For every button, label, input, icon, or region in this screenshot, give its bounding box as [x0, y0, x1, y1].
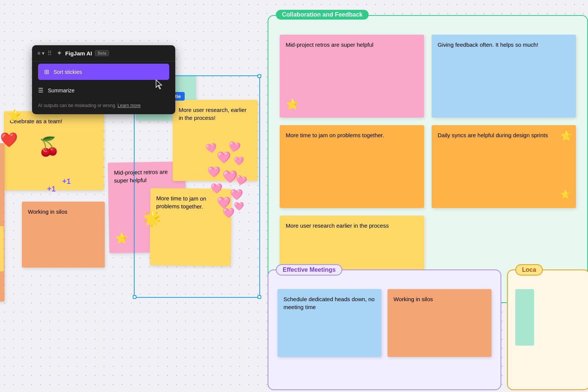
local-label: Loca	[515, 264, 543, 276]
heart-12: 🩷	[222, 207, 234, 219]
meetings-section: Effective Meetings Schedule dedicated he…	[268, 270, 501, 390]
heart-11: 🩷	[234, 202, 244, 211]
cursor-arrow	[155, 79, 163, 91]
beta-tag: Beta	[95, 50, 109, 56]
plus-one-1: +1	[47, 185, 56, 193]
meeting-text-1: Schedule dedicated heads down, no meetin…	[283, 296, 375, 310]
sort-label: Sort stickies	[54, 69, 82, 75]
meeting-text-2: Working in silos	[394, 296, 433, 302]
collab-sticky-2[interactable]: Giving feedback often. It helps so much!	[432, 35, 576, 118]
collab-sticky-1[interactable]: Mid-project retros are super helpful ⭐	[280, 35, 424, 118]
ai-title-group: ✦ FigJam AI Beta	[57, 49, 170, 57]
summarize-icon: ☰	[38, 87, 43, 94]
collab-text-1: Mid-project retros are super helpful	[286, 41, 374, 48]
handle-tr[interactable]	[257, 74, 261, 78]
plus-one-2: +1	[62, 177, 71, 186]
collaboration-section: Collaboration and Feedback Mid-project r…	[268, 15, 588, 303]
heart-9: 🩷	[230, 188, 243, 201]
handle-br[interactable]	[257, 295, 261, 299]
star-collab-4b: ⭐	[560, 189, 570, 201]
toolbar-header: ≡ ▾ ⠿ ✦ FigJam AI Beta	[32, 45, 175, 61]
yellow-edge	[0, 226, 4, 271]
collab-sticky-4[interactable]: Daily syncs are helpful during design sp…	[432, 125, 576, 208]
heart-1: 🩷	[205, 142, 217, 155]
sort-icon: ⊞	[44, 68, 49, 75]
more-research-text: More user research, earlier in the proce…	[179, 107, 247, 121]
sort-stickies-button[interactable]: ⊞ Sort stickies	[38, 64, 169, 80]
left-edge-sticky[interactable]	[0, 143, 5, 302]
toolbar-controls: ≡ ▾ ⠿	[37, 50, 53, 57]
collaboration-label: Collaboration and Feedback	[276, 10, 369, 20]
collab-text-5: More user research earlier in the proces…	[286, 222, 389, 229]
handle-bl[interactable]	[133, 295, 136, 299]
cherry-sticker: 🍒	[38, 134, 60, 159]
heart-4: 🩷	[234, 156, 244, 166]
working-silos-sticky[interactable]: Working in silos	[22, 202, 105, 268]
local-section: Loca	[507, 270, 588, 390]
canvas: Celebrate as a team! ❤️ 🍒 +1 +1 +1 Worki…	[0, 0, 588, 392]
meetings-grid: Schedule dedicated heads down, no meetin…	[277, 289, 492, 357]
collab-sticky-3[interactable]: More time to jam on problems together.	[280, 125, 424, 208]
collab-text-3: More time to jam on problems together.	[286, 132, 384, 138]
collab-grid: Mid-project retros are super helpful ⭐ G…	[280, 35, 576, 208]
learn-more-link[interactable]: Learn more	[118, 103, 141, 108]
summarize-button[interactable]: ☰ Summarize	[32, 82, 175, 98]
disclaimer-text: AI outputs can be misleading or wrong.	[38, 103, 116, 108]
list-icon: ≡ ▾	[37, 50, 44, 56]
celebrate-sticky[interactable]: Celebrate as a team! ❤️ 🍒	[4, 111, 104, 190]
grid-dots-icon: ⠿	[47, 50, 53, 57]
sort-menu-wrapper: ⊞ Sort stickies	[32, 61, 175, 82]
heart-5: 🩷	[207, 166, 220, 178]
collab-text-2: Giving feedback often. It helps so much!	[438, 41, 538, 48]
figjam-ai-label: FigJam AI	[65, 50, 92, 57]
working-silos-text: Working in silos	[28, 208, 67, 215]
left-canvas: Celebrate as a team! ❤️ 🍒 +1 +1 +1 Worki…	[0, 0, 264, 392]
heart-8: 🩷	[210, 183, 222, 194]
star-deco-1: ⭐	[115, 231, 128, 246]
meeting-sticky-2[interactable]: Working in silos	[387, 289, 492, 357]
figjam-ai-toolbar: ≡ ▾ ⠿ ✦ FigJam AI Beta ⊞ Sort stickies ☰	[32, 45, 175, 114]
summarize-label: Summarize	[48, 87, 75, 93]
heart-2: 🩷	[217, 151, 231, 164]
purple-star-sticker: 🌟	[142, 209, 161, 227]
collab-text-4: Daily syncs are helpful during design sp…	[438, 132, 548, 138]
meetings-label: Effective Meetings	[276, 264, 342, 276]
star-collab-1: ⭐	[286, 97, 299, 112]
more-time-text: More time to jam on problems together.	[156, 195, 206, 210]
toolbar-disclaimer: AI outputs can be misleading or wrong. L…	[32, 98, 175, 114]
local-green-sticky[interactable]	[515, 289, 534, 346]
star-collab-4a: ⭐	[560, 129, 572, 142]
meeting-sticky-1[interactable]: Schedule dedicated heads down, no meetin…	[277, 289, 381, 357]
sparkle-icon: ✦	[57, 49, 62, 57]
mid-project-text: Mid-project retros are super helpful	[114, 168, 168, 184]
heart-3: 🩷	[227, 140, 241, 154]
star-yellow-left: ⭐	[8, 109, 21, 122]
